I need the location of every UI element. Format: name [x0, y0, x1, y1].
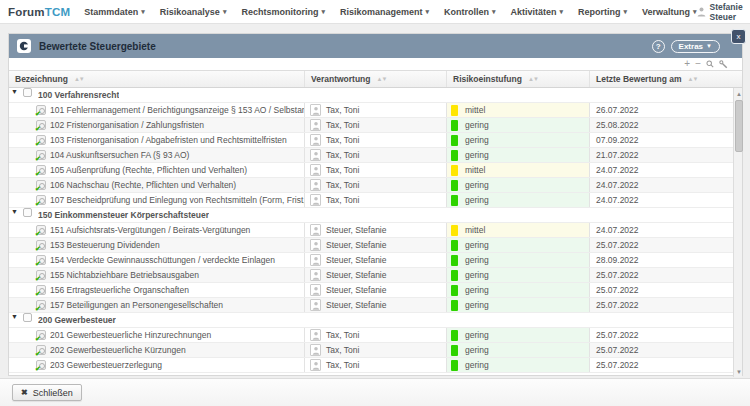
owner-name: Steuer, Stefanie — [326, 285, 387, 295]
row-verantwortung-cell: Tax, Toni — [304, 103, 446, 117]
evaluated-check-icon — [36, 150, 46, 160]
row-risikoeinstufung-cell: gering — [446, 118, 589, 132]
nav-menus: Stammdaten▾Risikoanalyse▾Rechtsmonitorin… — [84, 7, 696, 17]
row-label: 155 Nichtabziehbare Betriebsausgaben — [50, 270, 199, 280]
row-bezeichnung-cell: 203 Gewerbesteuerzerlegung — [9, 358, 304, 372]
collapse-all-button[interactable]: − — [695, 59, 701, 69]
group-row[interactable]: ▼150 Einkommensteuer Körperschaftsteuer — [9, 208, 733, 223]
table-row[interactable]: 107 Bescheidprüfung und Einlegung von Re… — [9, 193, 733, 208]
group-row[interactable]: ▼200 Gewerbesteuer — [9, 313, 733, 328]
risk-level-swatch — [451, 240, 458, 251]
table-row[interactable]: 106 Nachschau (Rechte, Pflichten und Ver… — [9, 178, 733, 193]
table-row[interactable]: 154 Verdeckte Gewinnausschüttungen / ver… — [9, 253, 733, 268]
collapse-expander-icon[interactable]: ▼ — [11, 208, 18, 222]
row-date-cell: 25.08.2022 — [589, 118, 733, 132]
group-checkbox[interactable] — [23, 88, 32, 97]
avatar-icon — [310, 164, 321, 176]
row-bezeichnung-cell: 156 Ertragsteuerliche Organschaften — [9, 283, 304, 297]
table-row[interactable]: 203 GewerbesteuerzerlegungTax, Tonigerin… — [9, 358, 733, 373]
table-body: ▼100 Verfahrensrecht101 Fehlermanagement… — [9, 88, 733, 377]
table-row[interactable]: 151 Aufsichtsrats-Vergütungen / Beirats-… — [9, 223, 733, 238]
row-bezeichnung-cell: 104 Auskunftsersuchen FA (§ 93 AO) — [9, 148, 304, 162]
owner-name: Tax, Toni — [326, 165, 359, 175]
risk-level-label: gering — [465, 135, 489, 145]
nav-menu-kontrollen[interactable]: Kontrollen▾ — [444, 7, 496, 17]
nav-menu-rechtsmonitoring[interactable]: Rechtsmonitoring▾ — [241, 7, 325, 17]
column-header-risikoeinstufung[interactable]: Risikoeinstufung▲▼ — [446, 71, 589, 87]
close-x-icon: ✖ — [21, 388, 28, 397]
group-checkbox[interactable] — [23, 313, 32, 322]
column-header-verantwortung[interactable]: Verantwortung▲▼ — [304, 71, 446, 87]
nav-menu-label: Rechtsmonitoring — [241, 7, 318, 17]
row-date-cell: 25.07.2022 — [589, 298, 733, 312]
sort-icons: ▲▼ — [74, 76, 84, 82]
row-risikoeinstufung-cell: gering — [446, 193, 589, 207]
scrollbar-thumb[interactable] — [735, 100, 743, 152]
nav-menu-risikoanalyse[interactable]: Risikoanalyse▾ — [160, 7, 227, 17]
table-row[interactable]: 105 Außenprüfung (Rechte, Pflichten und … — [9, 163, 733, 178]
table-row[interactable]: 103 Fristenorganisation / Abgabefristen … — [9, 133, 733, 148]
nav-menu-risikomanagement[interactable]: Risikomanagement▾ — [340, 7, 429, 17]
extras-label: Extras — [679, 42, 703, 51]
nav-menu-label: Risikomanagement — [340, 7, 423, 17]
nav-menu-label: Aktivitäten — [510, 7, 556, 17]
nav-menu-verwaltung[interactable]: Verwaltung▾ — [642, 7, 697, 17]
chevron-down-icon: ▾ — [560, 8, 564, 16]
vertical-scrollbar[interactable]: ▲ ▼ — [733, 88, 742, 377]
avatar-icon — [310, 194, 321, 206]
owner-name: Tax, Toni — [326, 135, 359, 145]
row-risikoeinstufung-cell: gering — [446, 283, 589, 297]
nav-menu-stammdaten[interactable]: Stammdaten▾ — [84, 7, 145, 17]
row-bezeichnung-cell: 153 Besteuerung Dividenden — [9, 238, 304, 252]
nav-menu-label: Verwaltung — [642, 7, 690, 17]
chevron-down-icon: ▼ — [706, 43, 712, 49]
avatar-icon — [310, 359, 321, 371]
user-area[interactable]: Stefanie Steuer (ADMINISTRATOR) ▾ — [697, 2, 750, 22]
close-button[interactable]: ✖ Schließen — [12, 384, 82, 401]
owner-name: Tax, Toni — [326, 180, 359, 190]
risk-level-swatch — [451, 255, 458, 266]
scroll-up-icon[interactable]: ▲ — [734, 88, 744, 99]
help-button[interactable]: ? — [652, 40, 665, 53]
grid-search-button[interactable] — [706, 60, 714, 68]
scroll-down-icon[interactable]: ▼ — [734, 366, 744, 377]
nav-menu-aktivitäten[interactable]: Aktivitäten▾ — [510, 7, 563, 17]
row-date-cell: 28.09.2022 — [589, 253, 733, 267]
table-row[interactable]: 157 Beteiligungen an Personengesellschaf… — [9, 298, 733, 313]
column-header-letzte-bewertung[interactable]: Letzte Bewertung am▲▼ — [589, 71, 733, 87]
expand-all-button[interactable]: + — [684, 59, 690, 69]
row-label: 153 Besteuerung Dividenden — [50, 240, 160, 250]
table-row[interactable]: 156 Ertragsteuerliche OrganschaftenSteue… — [9, 283, 733, 298]
row-label: 104 Auskunftsersuchen FA (§ 93 AO) — [50, 150, 189, 160]
nav-menu-reporting[interactable]: Reporting▾ — [578, 7, 627, 17]
table-row[interactable]: 201 Gewerbesteuerliche HinzurechnungenTa… — [9, 328, 733, 343]
avatar-icon — [310, 344, 321, 356]
row-verantwortung-cell: Tax, Toni — [304, 133, 446, 147]
avatar-icon — [310, 254, 321, 266]
collapse-expander-icon[interactable]: ▼ — [11, 88, 18, 102]
table-row[interactable]: 153 Besteuerung DividendenSteuer, Stefan… — [9, 238, 733, 253]
panel-close-icon[interactable]: x — [731, 29, 746, 44]
row-date-cell: 25.07.2022 — [589, 268, 733, 282]
table-row[interactable]: 104 Auskunftsersuchen FA (§ 93 AO)Tax, T… — [9, 148, 733, 163]
evaluated-check-icon — [36, 225, 46, 235]
chevron-down-icon: ▾ — [321, 8, 325, 16]
table-row[interactable]: 202 Gewerbesteuerliche KürzungenTax, Ton… — [9, 343, 733, 358]
collapse-expander-icon[interactable]: ▼ — [11, 313, 18, 327]
group-checkbox[interactable] — [23, 208, 32, 217]
risk-level-label: gering — [465, 195, 489, 205]
table-row[interactable]: 102 Fristenorganisation / Zahlungsfriste… — [9, 118, 733, 133]
table-row[interactable]: 155 Nichtabziehbare BetriebsausgabenSteu… — [9, 268, 733, 283]
table-row[interactable]: 101 Fehlermanagement / Berichtigungsanze… — [9, 103, 733, 118]
grid-settings-button[interactable] — [719, 60, 728, 69]
nav-menu-label: Stammdaten — [84, 7, 138, 17]
avatar-icon — [310, 179, 321, 191]
row-risikoeinstufung-cell: gering — [446, 298, 589, 312]
extras-button[interactable]: Extras ▼ — [671, 40, 720, 53]
risk-level-swatch — [451, 225, 458, 236]
column-header-bezeichnung[interactable]: Bezeichnung▲▼ — [9, 71, 304, 87]
row-verantwortung-cell: Tax, Toni — [304, 163, 446, 177]
owner-name: Tax, Toni — [326, 120, 359, 130]
group-row[interactable]: ▼100 Verfahrensrecht — [9, 88, 733, 103]
avatar-icon — [310, 119, 321, 131]
